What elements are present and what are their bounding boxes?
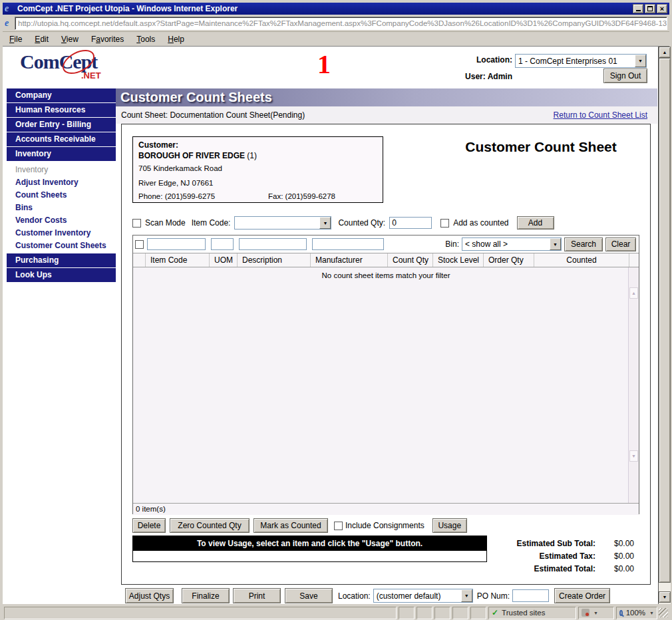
mark-as-counted-button[interactable]: Mark as Counted <box>253 518 328 533</box>
item-code-select[interactable]: ▼ <box>234 216 331 230</box>
tax-value: $0.00 <box>595 551 634 561</box>
dropdown-arrow-icon[interactable]: ▼ <box>550 238 561 250</box>
scan-mode-label: Scan Mode <box>145 218 186 228</box>
filter-uom-input[interactable] <box>211 238 234 250</box>
browser-scrollbar[interactable]: ▲ ▼ <box>659 47 671 604</box>
item-code-label: Item Code: <box>192 218 231 228</box>
sidebar-item-company[interactable]: Company <box>7 88 116 102</box>
minimize-icon <box>636 10 641 11</box>
count-sheet-label: Count Sheet: Documentation Count Sheet(P… <box>121 110 305 120</box>
include-consignments-label: Include Consignments <box>345 521 424 530</box>
zoom-control-panel[interactable]: 100% ▼ <box>616 607 657 619</box>
grid-actions-row: Delete Zero Counted Qty Mark as Counted … <box>132 518 467 533</box>
select-all-checkbox[interactable] <box>135 240 144 249</box>
scan-mode-checkbox[interactable] <box>132 219 141 228</box>
menu-view[interactable]: View <box>61 35 79 44</box>
scroll-up-icon[interactable]: ▲ <box>659 47 671 58</box>
dropdown-arrow-icon[interactable]: ▼ <box>635 55 646 67</box>
annotation-marker: 1 <box>317 52 331 77</box>
usage-button[interactable]: Usage <box>432 518 467 533</box>
sidebar-item-look-ups[interactable]: Look Ups <box>7 268 116 282</box>
col-stock-level: Stock Level <box>432 253 483 267</box>
bin-label: Bin: <box>445 239 459 249</box>
po-num-input[interactable] <box>512 589 549 602</box>
scrollbar-thumb[interactable] <box>659 58 671 583</box>
submenu-item-count-sheets[interactable]: Count Sheets <box>7 189 116 202</box>
col-manufacturer: Manufacturer <box>310 253 387 267</box>
col-counted: Counted <box>534 253 629 267</box>
security-zone-icon <box>582 609 589 617</box>
totals-block: Estimated Sub Total: $0.00 Estimated Tax… <box>434 537 634 575</box>
maximize-button[interactable] <box>645 4 655 13</box>
security-zone-panel: ✓ Trusted sites <box>488 607 576 619</box>
create-order-button[interactable]: Create Order <box>554 588 610 603</box>
submenu-item-bins[interactable]: Bins <box>7 202 116 214</box>
delete-button[interactable]: Delete <box>132 518 166 533</box>
col-count-qty: Count Qty <box>387 253 432 267</box>
dropdown-arrow-icon[interactable]: ▼ <box>319 217 331 229</box>
empty-grid-message: No count sheet items match your filter <box>133 267 639 279</box>
customer-name: BOROUGH OF RIVER EDGE (1) <box>138 151 377 160</box>
grid-filter-row: Bin: < show all > ▼ Search Clear <box>133 235 639 253</box>
submenu-item-adjust-inventory[interactable]: Adjust Inventory <box>7 176 116 189</box>
submenu-item-customer-count-sheets[interactable]: Customer Count Sheets <box>7 239 116 252</box>
bottom-location-select[interactable]: (customer default) ▼ <box>373 589 473 603</box>
comcept-logo: ComCept .NET <box>20 51 126 86</box>
save-button[interactable]: Save <box>285 588 333 603</box>
sidebar-item-purchasing[interactable]: Purchasing <box>7 253 116 267</box>
address-input[interactable]: http://utopia.hq.comcept.net/default.asp… <box>15 17 667 30</box>
security-settings-panel[interactable]: ▼ <box>578 607 614 619</box>
filter-item-code-input[interactable] <box>147 238 206 250</box>
clear-button[interactable]: Clear <box>605 237 636 251</box>
print-button[interactable]: Print <box>233 588 281 603</box>
close-icon: × <box>660 5 664 13</box>
add-as-counted-checkbox[interactable] <box>440 219 449 228</box>
grid-scroll-up-icon[interactable]: ▲ <box>629 287 638 299</box>
bin-select[interactable]: < show all > ▼ <box>462 237 562 251</box>
close-button[interactable]: × <box>657 4 667 13</box>
customer-info-box: Customer: BOROUGH OF RIVER EDGE (1) 705 … <box>132 136 383 203</box>
sidebar-item-human-resources[interactable]: Human Resources <box>7 103 116 117</box>
return-to-count-sheet-list-link[interactable]: Return to Count Sheet List <box>554 110 647 120</box>
menu-help[interactable]: Help <box>168 35 184 44</box>
add-button[interactable]: Add <box>517 216 554 230</box>
col-description: Description <box>237 253 310 267</box>
minimize-button[interactable] <box>633 4 643 13</box>
sidebar-item-order-entry-billing[interactable]: Order Entry - Billing <box>7 118 116 132</box>
adjust-qtys-button[interactable]: Adjust Qtys <box>125 588 174 603</box>
grid-scrollbar[interactable]: ▲ ▼ <box>628 267 639 503</box>
counted-qty-input[interactable] <box>389 217 432 229</box>
menu-file[interactable]: File <box>9 35 22 44</box>
zero-counted-qty-button[interactable]: Zero Counted Qty <box>170 518 250 533</box>
submenu-item-inventory: Inventory <box>7 164 116 176</box>
col-uom: UOM <box>209 253 237 267</box>
customer-fax: Fax: (201)599-6278 <box>268 192 335 200</box>
grid-scroll-down-icon[interactable]: ▼ <box>629 450 638 462</box>
submenu-item-vendor-costs[interactable]: Vendor Costs <box>7 214 116 227</box>
sidebar-item-inventory[interactable]: Inventory <box>7 147 116 161</box>
scroll-down-icon[interactable]: ▼ <box>659 591 671 603</box>
sidebar-item-accounts-receivable[interactable]: Accounts Receivable <box>7 132 116 146</box>
dropdown-arrow-icon[interactable]: ▼ <box>461 589 472 602</box>
menu-edit[interactable]: Edit <box>35 35 49 44</box>
include-consignments-checkbox[interactable] <box>334 522 343 530</box>
tax-label: Estimated Tax: <box>540 551 595 561</box>
status-bar: ✓ Trusted sites ▼ 100% ▼ <box>3 604 669 620</box>
security-dropdown-arrow-icon[interactable]: ▼ <box>593 611 598 615</box>
filter-manufacturer-input[interactable] <box>312 238 384 250</box>
sign-out-button[interactable]: Sign Out <box>603 69 647 83</box>
zoom-dropdown-arrow-icon[interactable]: ▼ <box>649 611 654 615</box>
grid-body: No count sheet items match your filter ▲… <box>133 267 639 503</box>
col-item-code: Item Code <box>145 253 209 267</box>
resize-grip[interactable] <box>659 608 668 617</box>
ie-logo-icon: e <box>5 3 15 14</box>
po-num-label: PO Num: <box>477 591 510 601</box>
filter-description-input[interactable] <box>239 238 307 250</box>
menu-tools[interactable]: Tools <box>136 35 155 44</box>
search-button[interactable]: Search <box>564 237 603 251</box>
status-panel-1 <box>399 607 415 619</box>
finalize-button[interactable]: Finalize <box>182 588 230 603</box>
submenu-item-customer-inventory[interactable]: Customer Inventory <box>7 227 116 239</box>
menu-favorites[interactable]: Favorites <box>91 35 124 44</box>
location-select[interactable]: 1 - ComCept Enterprises 01 ▼ <box>515 54 647 68</box>
